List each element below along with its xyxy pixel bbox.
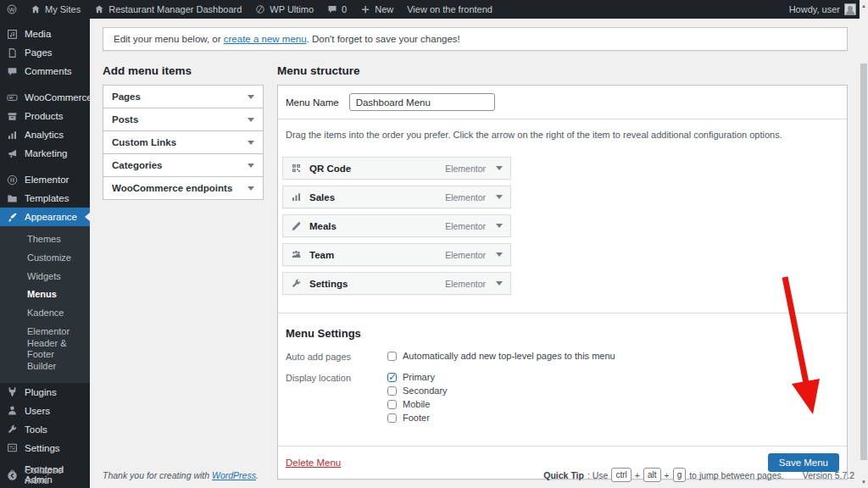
display-location-options: Primary Secondary Mobile bbox=[387, 372, 448, 426]
sidebar-item-marketing[interactable]: Marketing bbox=[0, 144, 90, 163]
accordion-section-custom-links[interactable]: Custom Links bbox=[103, 131, 263, 154]
appearance-icon bbox=[7, 212, 18, 223]
submenu-item-menus[interactable]: Menus bbox=[0, 286, 90, 304]
my-sites-menu[interactable]: My Sites bbox=[24, 0, 87, 19]
comments-count: 0 bbox=[342, 4, 347, 14]
sidebar-item-templates[interactable]: Templates bbox=[0, 189, 90, 208]
chevron-down-icon[interactable] bbox=[248, 186, 254, 191]
comment-bubble-icon bbox=[327, 4, 337, 14]
sidebar-item-users[interactable]: Users bbox=[0, 402, 90, 420]
sidebar-item-label: Templates bbox=[25, 193, 69, 203]
accordion-section-categories[interactable]: Categories bbox=[103, 154, 263, 177]
chevron-down-icon[interactable] bbox=[496, 281, 503, 286]
account-menu[interactable]: Howdy, user bbox=[782, 0, 868, 19]
menu-item-type: Elementor bbox=[445, 221, 486, 231]
sidebar-item-products[interactable]: Products bbox=[0, 107, 90, 125]
site-name-label: Restaurant Manager Dashboard bbox=[108, 4, 242, 14]
quick-tip-suffix: to jump between pages. bbox=[689, 470, 784, 480]
accordion-section-woocommerce-endpoints[interactable]: WooCommerce endpoints bbox=[103, 177, 263, 199]
vertical-scrollbar[interactable]: ▲ ▼ bbox=[860, 0, 868, 488]
sidebar-item-plugins[interactable]: Plugins bbox=[0, 383, 90, 402]
auto-add-pages-text: Automatically add new top-level pages to… bbox=[403, 351, 615, 361]
sidebar-item-elementor[interactable]: Elementor bbox=[0, 170, 90, 189]
admin-bar: My Sites Restaurant Manager Dashboard WP… bbox=[0, 0, 868, 19]
menu-item-sales[interactable]: Sales Elementor bbox=[282, 186, 511, 208]
new-label: New bbox=[375, 4, 393, 14]
wp-ultimo-icon bbox=[255, 4, 265, 14]
sidebar-item-media[interactable]: Media bbox=[0, 25, 90, 43]
sidebar-item-analytics[interactable]: Analytics bbox=[0, 125, 90, 144]
chevron-down-icon[interactable] bbox=[248, 118, 254, 122]
auto-add-pages-checkbox[interactable] bbox=[387, 352, 397, 361]
location-option-mobile: Mobile bbox=[387, 399, 448, 409]
products-icon bbox=[7, 111, 18, 122]
submenu-item-themes[interactable]: Themes bbox=[0, 230, 90, 249]
menu-item-team[interactable]: Team Elementor bbox=[282, 243, 511, 266]
wp-ultimo-label: WP Ultimo bbox=[270, 4, 314, 14]
bar-chart-icon bbox=[291, 191, 302, 202]
menu-item-meals[interactable]: Meals Elementor bbox=[282, 214, 511, 237]
submenu-item-widgets[interactable]: Widgets bbox=[0, 268, 90, 286]
menu-item-qr-code[interactable]: QR Code Elementor bbox=[282, 157, 511, 180]
marketing-icon bbox=[7, 148, 18, 159]
chevron-down-icon[interactable] bbox=[248, 164, 254, 168]
sidebar-item-label: Marketing bbox=[25, 148, 68, 158]
scroll-down-icon[interactable]: ▼ bbox=[860, 478, 868, 486]
new-content-menu[interactable]: New bbox=[353, 0, 400, 19]
users-icon bbox=[7, 405, 18, 416]
accordion-section-posts[interactable]: Posts bbox=[103, 108, 263, 131]
wordpress-link[interactable]: WordPress bbox=[212, 470, 256, 480]
add-items-accordion: Pages Posts Custom Links Categories WooC… bbox=[103, 85, 264, 200]
woocommerce-icon bbox=[7, 92, 18, 103]
sidebar-item-comments[interactable]: Comments bbox=[0, 62, 90, 80]
primary-checkbox[interactable] bbox=[387, 373, 397, 382]
view-frontend-link[interactable]: View on the frontend bbox=[400, 0, 499, 19]
wordpress-logo-menu[interactable] bbox=[0, 0, 24, 19]
location-label: Footer bbox=[403, 413, 430, 423]
sidebar-item-woocommerce[interactable]: WooCommerce bbox=[0, 88, 90, 107]
delete-menu-link[interactable]: Delete Menu bbox=[286, 458, 341, 468]
menu-item-type: Elementor bbox=[445, 192, 486, 202]
chevron-down-icon[interactable] bbox=[496, 166, 503, 170]
sidebar-item-label: Products bbox=[25, 111, 63, 121]
site-name-menu[interactable]: Restaurant Manager Dashboard bbox=[87, 0, 248, 19]
menu-item-settings[interactable]: Settings Elementor bbox=[282, 272, 511, 295]
accordion-section-pages[interactable]: Pages bbox=[103, 86, 263, 108]
footer-checkbox[interactable] bbox=[387, 413, 397, 423]
sidebar-item-appearance[interactable]: Appearance bbox=[0, 208, 90, 226]
comments-menu[interactable]: 0 bbox=[320, 0, 353, 19]
wrench-icon bbox=[291, 278, 302, 289]
sidebar-item-pages[interactable]: Pages bbox=[0, 43, 90, 62]
secondary-checkbox[interactable] bbox=[387, 386, 397, 396]
sidebar-item-label: Collapse menu bbox=[25, 465, 83, 485]
create-new-menu-link[interactable]: create a new menu bbox=[224, 34, 307, 44]
chevron-down-icon[interactable] bbox=[496, 195, 503, 199]
avatar bbox=[844, 3, 856, 15]
submenu-item-customize[interactable]: Customize bbox=[0, 249, 90, 268]
collapse-menu-button[interactable]: Collapse menu bbox=[0, 466, 90, 485]
kbd-alt: alt bbox=[643, 468, 661, 482]
wp-ultimo-menu[interactable]: WP Ultimo bbox=[248, 0, 320, 19]
scrollbar-thumb[interactable] bbox=[860, 64, 867, 460]
menu-settings-section: Menu Settings Auto add pages Automatical… bbox=[278, 313, 847, 446]
mobile-checkbox[interactable] bbox=[387, 400, 397, 409]
chevron-down-icon[interactable] bbox=[248, 95, 254, 99]
team-icon bbox=[291, 249, 302, 260]
scroll-up-icon[interactable]: ▲ bbox=[860, 2, 868, 10]
submenu-label: Menus bbox=[27, 289, 57, 299]
sidebar-item-tools[interactable]: Tools bbox=[0, 420, 90, 439]
sidebar-separator bbox=[0, 163, 90, 170]
location-option-secondary: Secondary bbox=[387, 385, 448, 396]
chevron-down-icon[interactable] bbox=[496, 224, 503, 228]
chevron-down-icon[interactable] bbox=[496, 252, 503, 257]
menu-items-list: QR Code Elementor Sales Elementor Meals … bbox=[282, 157, 511, 313]
sidebar-item-settings[interactable]: Settings bbox=[0, 439, 90, 458]
kbd-ctrl: ctrl bbox=[611, 468, 631, 482]
menus-layout: Add menu items Pages Posts Custom Links … bbox=[90, 51, 860, 480]
kbd-g: g bbox=[673, 468, 687, 482]
submenu-item-elementor-header-footer[interactable]: Elementor Header & Footer Builder bbox=[0, 323, 90, 376]
submenu-item-kadence[interactable]: Kadence bbox=[0, 304, 90, 323]
menu-name-input[interactable] bbox=[349, 93, 495, 111]
chevron-down-icon[interactable] bbox=[248, 141, 254, 145]
pages-icon bbox=[7, 47, 18, 58]
